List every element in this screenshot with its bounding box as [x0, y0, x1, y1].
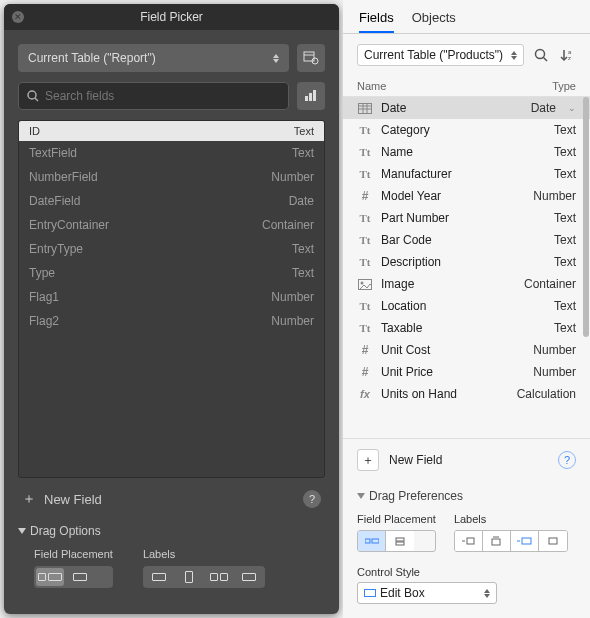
table-select[interactable]: Current Table ("Products") [357, 44, 524, 66]
field-name: Image [381, 277, 516, 291]
field-row[interactable]: NumberFieldNumber [19, 165, 324, 189]
sort-icon[interactable]: az [558, 46, 576, 64]
field-type: Text [554, 123, 576, 137]
Tt-icon: Tt [357, 299, 373, 313]
field-row[interactable]: TtCategoryText [343, 119, 590, 141]
svg-rect-7 [313, 90, 316, 101]
field-placement-label: Field Placement [34, 548, 113, 560]
field-type: Text [554, 167, 576, 181]
field-type: Number [271, 290, 314, 304]
field-type: Text [292, 146, 314, 160]
placement-horizontal-button[interactable] [36, 568, 64, 586]
search-input[interactable] [45, 89, 280, 103]
titlebar: ✕ Field Picker [4, 4, 339, 30]
image-icon [357, 277, 373, 291]
table-select[interactable]: Current Table ("Report") [18, 44, 289, 72]
search-field[interactable] [18, 82, 289, 110]
field-picker-panel: ✕ Field Picker Current Table ("Report") [4, 4, 339, 614]
drag-preferences-header[interactable]: Drag Preferences [357, 489, 576, 503]
disclosure-triangle-icon [357, 493, 365, 499]
control-style-select[interactable]: Edit Box [357, 582, 497, 604]
field-row[interactable]: TtBar CodeText [343, 229, 590, 251]
placement-horizontal-button[interactable] [358, 531, 386, 551]
field-list: DateDate⌄TtCategoryTextTtNameTextTtManuf… [343, 97, 590, 438]
field-type: Text [554, 299, 576, 313]
label-left-button[interactable] [145, 568, 173, 586]
field-row[interactable]: DateDate⌄ [343, 97, 590, 119]
label-none-button[interactable] [235, 568, 263, 586]
close-icon[interactable]: ✕ [12, 11, 24, 23]
field-row[interactable]: EntryTypeText [19, 237, 324, 261]
field-row[interactable]: TtLocationText [343, 295, 590, 317]
field-type: Calculation [517, 387, 576, 401]
svg-rect-24 [467, 538, 474, 544]
new-field-button[interactable]: New Field [44, 492, 102, 507]
label-top-button[interactable] [483, 531, 511, 551]
field-row[interactable]: TtPart NumberText [343, 207, 590, 229]
chevron-down-icon[interactable]: ⌄ [568, 103, 576, 113]
svg-line-4 [35, 98, 38, 101]
field-name: EntryType [29, 242, 292, 256]
stepper-icon[interactable] [273, 54, 279, 63]
field-type: Number [533, 365, 576, 379]
label-inside-button[interactable] [205, 568, 233, 586]
placement-vertical-button[interactable] [66, 568, 94, 586]
Tt-icon: Tt [357, 145, 373, 159]
field-row[interactable]: #Model YearNumber [343, 185, 590, 207]
field-name: Date [381, 101, 523, 115]
field-list-header[interactable]: ID Text [19, 121, 324, 141]
field-row[interactable]: TypeText [19, 261, 324, 285]
field-type: Container [262, 218, 314, 232]
field-row[interactable]: TtManufacturerText [343, 163, 590, 185]
label-none-button[interactable] [539, 531, 567, 551]
field-name: Flag1 [29, 290, 271, 304]
placement-vertical-button[interactable] [386, 531, 414, 551]
help-icon[interactable]: ? [558, 451, 576, 469]
field-row[interactable]: TtNameText [343, 141, 590, 163]
field-type: Text [554, 321, 576, 335]
label-inside-button[interactable] [511, 531, 539, 551]
field-row[interactable]: #Unit PriceNumber [343, 361, 590, 383]
svg-rect-21 [372, 539, 379, 543]
label-top-button[interactable] [175, 568, 203, 586]
tab-objects[interactable]: Objects [412, 10, 456, 33]
field-row[interactable]: TtDescriptionText [343, 251, 590, 273]
add-field-button[interactable]: ＋ [357, 449, 379, 471]
plus-icon[interactable]: ＋ [22, 490, 36, 508]
field-row[interactable]: TtTaxableText [343, 317, 590, 339]
tab-fields[interactable]: Fields [359, 10, 394, 33]
field-row[interactable]: #Unit CostNumber [343, 339, 590, 361]
control-style-label: Control Style [357, 566, 576, 578]
field-row[interactable]: Flag2Number [19, 309, 324, 333]
field-list-header[interactable]: Name Type [343, 76, 590, 97]
svg-rect-20 [365, 539, 370, 543]
field-row[interactable]: EntryContainerContainer [19, 213, 324, 237]
help-icon[interactable]: ? [303, 490, 321, 508]
svg-rect-22 [396, 538, 404, 541]
field-type: Number [533, 343, 576, 357]
drag-options-header[interactable]: Drag Options [18, 524, 325, 538]
field-row[interactable]: DateFieldDate [19, 189, 324, 213]
field-name: Name [381, 145, 546, 159]
new-field-label[interactable]: New Field [389, 453, 442, 467]
field-type: Text [554, 255, 576, 269]
field-name: Flag2 [29, 314, 271, 328]
labels-label: Labels [143, 548, 265, 560]
search-icon[interactable] [532, 46, 550, 64]
field-type: Number [271, 170, 314, 184]
#-icon: # [357, 365, 373, 379]
manage-db-button[interactable] [297, 44, 325, 72]
col-type-header: Type [552, 80, 576, 92]
field-row[interactable]: Flag1Number [19, 285, 324, 309]
chart-button[interactable] [297, 82, 325, 110]
field-name: Unit Price [381, 365, 525, 379]
tabs: Fields Objects [343, 0, 590, 34]
scrollbar[interactable] [583, 97, 589, 337]
field-row[interactable]: fxUnits on HandCalculation [343, 383, 590, 405]
table-icon [357, 101, 373, 115]
drag-options-label: Drag Options [30, 524, 101, 538]
field-row[interactable]: TextFieldText [19, 141, 324, 165]
table-select-label: Current Table ("Products") [364, 48, 503, 62]
field-row[interactable]: ImageContainer [343, 273, 590, 295]
label-left-button[interactable] [455, 531, 483, 551]
